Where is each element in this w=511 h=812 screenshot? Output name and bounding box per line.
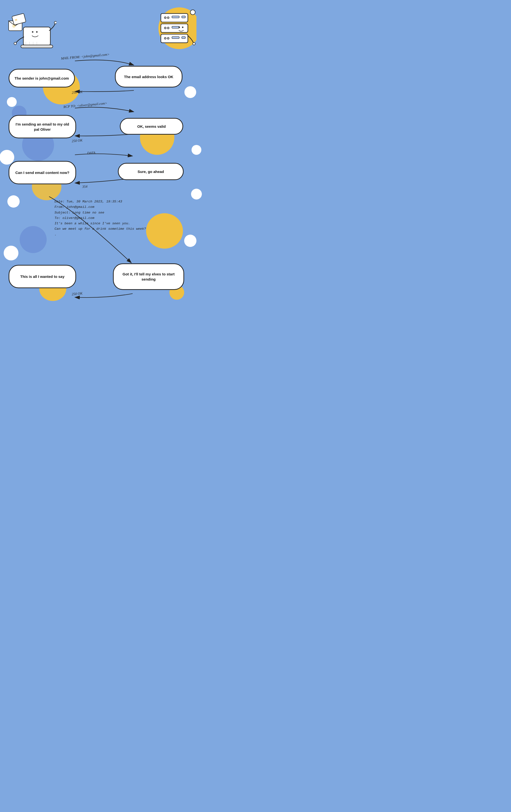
bubble-send-content: Can I send email content now? xyxy=(8,161,76,184)
bubble-sender: The sender is john@gmail.com xyxy=(8,69,75,87)
svg-point-10 xyxy=(191,189,202,200)
svg-point-47 xyxy=(167,37,169,39)
bubble-sending-oliver: I'm sending an email to my old pal Olive… xyxy=(8,115,76,138)
laptop-illustration: @ ✉ xyxy=(7,5,57,54)
arrow-label-mail-from: MAIL FROM: <john@gmail.com> xyxy=(61,52,110,60)
svg-point-50 xyxy=(193,42,195,45)
email-line-from: From: john@gmail.com xyxy=(55,204,146,210)
bubble-this-is-all: This is all I wanted to say xyxy=(8,265,76,288)
svg-point-9 xyxy=(7,195,20,208)
svg-point-46 xyxy=(164,37,166,39)
bubble-got-it-elves: Got it, I'll tell my elves to start send… xyxy=(113,263,184,290)
bubble-seems-valid: OK, seems valid xyxy=(120,118,183,135)
email-line-body1: It's been a while since I've seen you. xyxy=(55,221,146,226)
svg-point-1 xyxy=(7,97,17,107)
svg-point-3 xyxy=(184,86,196,98)
svg-point-14 xyxy=(146,213,183,249)
svg-point-40 xyxy=(164,27,166,29)
email-line-date: Date: Tue, 30 March 2023, 19:35:43 xyxy=(55,199,146,204)
svg-point-31 xyxy=(54,21,57,24)
svg-point-5 xyxy=(0,150,14,165)
arrow-label-rcp-to: RCP TO: <oliver@gmail.com> xyxy=(63,101,107,109)
arrow-label-250-ok-final: 250 OK xyxy=(71,291,83,296)
bubble-address-ok: The email address looks OK xyxy=(115,66,182,87)
arrow-label-data: DATA xyxy=(87,151,95,155)
email-line-body2: Can we meet up for a drink sometime this… xyxy=(55,226,146,232)
arrow-label-250-ok-2: 250 OK xyxy=(71,138,83,143)
svg-rect-26 xyxy=(21,45,53,48)
arrow-label-250-ok-1: 250 OK xyxy=(71,90,83,95)
svg-rect-48 xyxy=(172,37,179,38)
svg-rect-49 xyxy=(182,37,185,38)
svg-point-12 xyxy=(4,246,19,260)
svg-rect-21 xyxy=(12,13,26,25)
svg-point-44 xyxy=(182,27,183,28)
svg-point-43 xyxy=(179,27,180,28)
svg-point-41 xyxy=(167,27,169,29)
email-data-block: Date: Tue, 30 March 2023, 19:35:43 From:… xyxy=(55,199,146,237)
server-illustration xyxy=(147,4,197,53)
svg-point-35 xyxy=(164,17,166,19)
page: @ ✉ xyxy=(0,0,204,324)
svg-point-24 xyxy=(32,31,33,33)
bubble-sure-go-ahead: Sure, go ahead xyxy=(118,163,184,180)
svg-point-11 xyxy=(20,226,47,253)
email-line-subject: Subject: Long time no see xyxy=(55,210,146,215)
svg-point-51 xyxy=(190,10,195,15)
svg-point-7 xyxy=(191,145,201,155)
svg-point-25 xyxy=(36,31,37,33)
email-line-to: To: oliver@gmail.com xyxy=(55,215,146,221)
svg-rect-37 xyxy=(172,16,179,18)
arrow-label-354: 354 xyxy=(82,184,88,189)
svg-point-36 xyxy=(167,17,169,19)
email-line-dot: . xyxy=(55,232,146,237)
svg-rect-38 xyxy=(182,16,185,18)
svg-point-13 xyxy=(184,235,197,247)
svg-point-32 xyxy=(14,42,17,45)
svg-rect-42 xyxy=(172,26,179,28)
